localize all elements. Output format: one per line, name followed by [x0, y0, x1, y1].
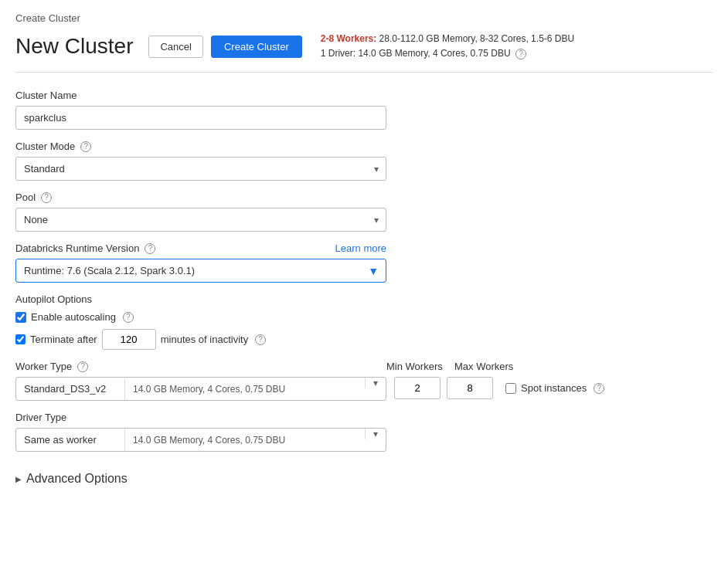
driver-type-spec: 14.0 GB Memory, 4 Cores, 0.75 DBU	[124, 429, 365, 451]
workers-summary-label: 2-8 Workers:	[321, 33, 376, 44]
driver-summary: 1 Driver: 14.0 GB Memory, 4 Cores, 0.75 …	[321, 48, 511, 59]
autoscaling-help-icon[interactable]: ?	[123, 312, 134, 323]
driver-type-label: Driver Type	[15, 412, 66, 423]
driver-type-select-wrapper: Same as worker 14.0 GB Memory, 4 Cores, …	[15, 428, 386, 452]
pool-wrapper: None ▾	[15, 208, 386, 232]
cancel-button[interactable]: Cancel	[148, 36, 202, 58]
worker-type-spec: 14.0 GB Memory, 4 Cores, 0.75 DBU	[124, 378, 365, 400]
max-workers-input[interactable]	[447, 377, 493, 399]
advanced-options-label: Advanced Options	[26, 472, 128, 486]
spot-instances-help-icon[interactable]: ?	[594, 383, 604, 394]
cluster-mode-select[interactable]: Standard	[15, 157, 386, 181]
page-title: New Cluster	[15, 34, 133, 59]
autopilot-label: Autopilot Options	[15, 293, 713, 305]
cluster-name-input[interactable]	[15, 106, 386, 130]
pool-label: Pool	[15, 192, 36, 203]
terminate-input[interactable]	[102, 329, 156, 350]
advanced-options-triangle-icon: ▶	[15, 475, 22, 483]
runtime-help-icon[interactable]: ?	[145, 243, 155, 254]
terminate-checkbox[interactable]	[15, 334, 26, 344]
min-workers-col-label: Min Workers	[386, 361, 448, 372]
driver-help-icon[interactable]: ?	[515, 49, 526, 59]
cluster-name-label: Cluster Name	[15, 90, 77, 101]
worker-type-chevron-icon[interactable]: ▾	[365, 378, 386, 388]
enable-autoscaling-checkbox[interactable]	[15, 312, 26, 323]
pool-help-icon[interactable]: ?	[41, 192, 52, 203]
learn-more-link[interactable]: Learn more	[335, 242, 386, 254]
worker-type-name: Standard_DS3_v2	[16, 378, 124, 400]
spot-instances-label: Spot instances	[521, 382, 587, 394]
cluster-mode-help-icon[interactable]: ?	[80, 141, 91, 152]
driver-type-name: Same as worker	[16, 429, 124, 451]
pool-select[interactable]: None	[15, 208, 386, 232]
terminate-suffix: minutes of inactivity	[161, 334, 248, 345]
min-workers-input[interactable]	[394, 377, 441, 399]
runtime-select[interactable]: Runtime: 7.6 (Scala 2.12, Spark 3.0.1)	[15, 259, 386, 283]
spot-instances-checkbox[interactable]	[505, 383, 516, 394]
enable-autoscaling-label: Enable autoscaling	[31, 311, 116, 323]
worker-type-label: Worker Type	[15, 361, 72, 372]
breadcrumb: Create Cluster	[15, 12, 713, 24]
terminate-help-icon[interactable]: ?	[255, 334, 266, 345]
driver-type-chevron-icon[interactable]: ▾	[365, 429, 386, 439]
runtime-label: Databricks Runtime Version	[15, 242, 139, 254]
advanced-options-toggle[interactable]: ▶ Advanced Options	[15, 467, 713, 490]
max-workers-col-label: Max Workers	[454, 361, 516, 372]
worker-type-select-wrapper: Standard_DS3_v2 14.0 GB Memory, 4 Cores,…	[15, 377, 386, 401]
worker-type-help-icon[interactable]: ?	[77, 361, 88, 372]
terminate-label: Terminate after	[30, 334, 97, 345]
cluster-mode-label: Cluster Mode	[15, 141, 75, 152]
cluster-summary: 2-8 Workers: 28.0-112.0 GB Memory, 8-32 …	[321, 32, 574, 61]
create-cluster-button[interactable]: Create Cluster	[211, 36, 302, 58]
cluster-mode-wrapper: Standard ▾	[15, 157, 386, 181]
runtime-wrapper: Runtime: 7.6 (Scala 2.12, Spark 3.0.1) ▼	[15, 259, 386, 283]
workers-summary-detail: 28.0-112.0 GB Memory, 8-32 Cores, 1.5-6 …	[379, 33, 575, 44]
